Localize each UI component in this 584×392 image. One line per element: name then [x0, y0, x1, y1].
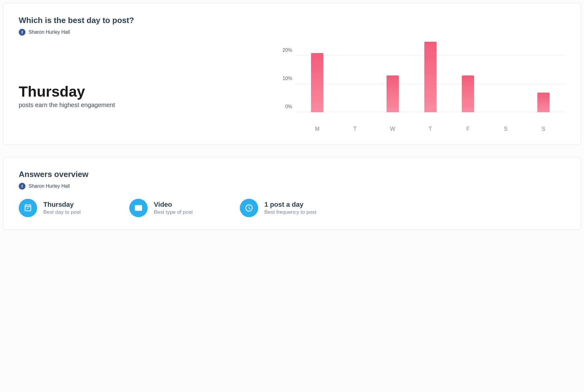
- calendar-check-icon: [19, 199, 37, 217]
- highlight-column: Thursday posts earn the highest engageme…: [19, 42, 265, 132]
- x-tick-label: F: [449, 126, 487, 132]
- highlight-value: Thursday: [19, 84, 265, 100]
- answer-text: VideoBest type of post: [154, 201, 193, 215]
- chart-area: 0%10%20%: [277, 42, 565, 121]
- card-title: Answers overview: [19, 170, 565, 179]
- answer-item: ThursdayBest day to post: [19, 199, 111, 217]
- content-row: Thursday posts earn the highest engageme…: [19, 42, 565, 132]
- chart-plot: [295, 42, 565, 112]
- highlight-caption: posts earn the highest engagement: [19, 102, 265, 109]
- y-tick-label: 10%: [282, 76, 292, 81]
- facebook-icon: f: [19, 29, 25, 36]
- x-axis: MTWTFSS: [295, 126, 565, 132]
- bar-slot: [524, 42, 562, 112]
- answer-item: 1 post a dayBest frequency to post: [240, 199, 332, 217]
- answer-text: ThursdayBest day to post: [43, 201, 81, 215]
- y-tick-label: 20%: [282, 48, 292, 53]
- x-tick-label: T: [411, 126, 449, 132]
- author-row: f Sharon Hurley Hall: [19, 29, 565, 36]
- x-tick-label: W: [374, 126, 411, 132]
- author-name: Sharon Hurley Hall: [29, 29, 70, 35]
- bar-slot: [374, 42, 411, 112]
- bar-slot: [298, 42, 336, 112]
- answer-title: Thursday: [43, 201, 81, 209]
- card-title: Which is the best day to post?: [19, 16, 565, 25]
- chart-bar: [387, 75, 399, 112]
- answer-subtitle: Best frequency to post: [264, 209, 316, 215]
- chart-column: 0%10%20% MTWTFSS: [277, 42, 565, 132]
- best-day-card: Which is the best day to post? f Sharon …: [3, 3, 581, 145]
- bar-slot: [449, 42, 487, 112]
- answer-text: 1 post a dayBest frequency to post: [264, 201, 316, 215]
- facebook-icon: f: [19, 183, 25, 190]
- answer-item: VideoBest type of post: [129, 199, 221, 217]
- chart-bar: [424, 42, 437, 112]
- answer-title: Video: [154, 201, 193, 209]
- answer-subtitle: Best day to post: [43, 209, 81, 215]
- bar-slot: [487, 42, 525, 112]
- y-axis: 0%10%20%: [277, 42, 295, 112]
- x-tick-label: S: [487, 126, 525, 132]
- post-icon: [129, 199, 148, 217]
- bar-slot: [336, 42, 374, 112]
- answer-title: 1 post a day: [264, 201, 316, 209]
- chart-bar: [462, 75, 474, 112]
- answer-subtitle: Best type of post: [154, 209, 193, 215]
- author-name: Sharon Hurley Hall: [29, 183, 70, 189]
- x-tick-label: S: [524, 126, 562, 132]
- author-row: f Sharon Hurley Hall: [19, 183, 565, 190]
- answers-overview-card: Answers overview f Sharon Hurley Hall Th…: [3, 157, 581, 230]
- answers-grid: ThursdayBest day to postVideoBest type o…: [19, 199, 565, 217]
- chart-bar: [537, 93, 550, 112]
- chart-bar: [311, 53, 323, 112]
- y-tick-label: 0%: [285, 104, 292, 110]
- x-tick-label: M: [298, 126, 336, 132]
- bar-slot: [411, 42, 449, 112]
- bars-container: [295, 42, 565, 112]
- x-tick-label: T: [336, 126, 374, 132]
- clock-icon: [240, 199, 258, 217]
